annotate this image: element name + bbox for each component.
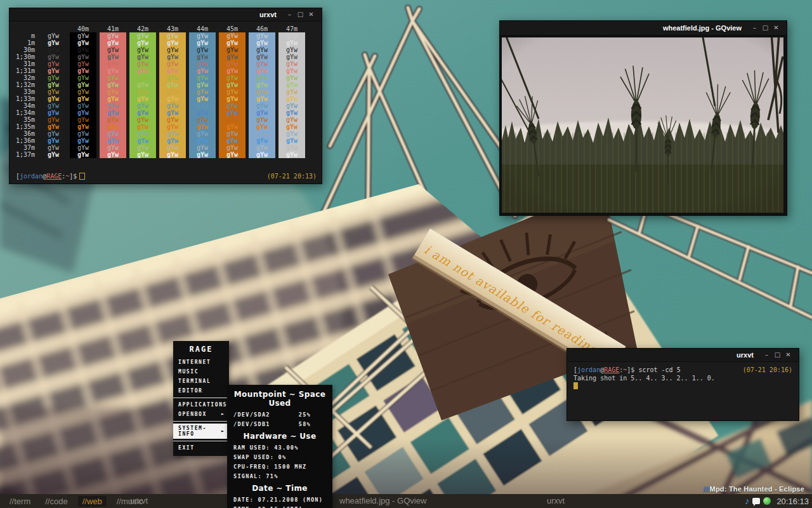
color-cell: gYw xyxy=(278,95,305,102)
color-cell: gYw xyxy=(40,137,67,144)
color-chart-row: 1;37mgYwgYwgYwgYwgYwgYwgYwgYwgYw xyxy=(12,151,319,158)
color-cell: gYw xyxy=(129,130,156,137)
menu-item-editor[interactable]: EDITOR xyxy=(173,386,229,396)
color-cell: gYw xyxy=(70,151,96,158)
gqview-image-area[interactable] xyxy=(500,36,787,216)
color-cell: gYw xyxy=(219,74,246,81)
color-cell: 37m xyxy=(12,144,35,151)
status-orb-icon[interactable] xyxy=(763,497,771,505)
sysinfo-row: SWAP USED: 0% xyxy=(233,453,326,462)
color-cell: gYw xyxy=(100,144,126,151)
minimize-icon[interactable]: – xyxy=(761,349,772,361)
color-cell: gYw xyxy=(129,102,156,109)
color-cell: gYw xyxy=(159,67,186,74)
color-cell: gYw xyxy=(189,88,216,95)
menu-item-exit[interactable]: EXIT xyxy=(173,443,229,453)
color-cell: gYw xyxy=(70,123,96,130)
minimize-icon[interactable]: – xyxy=(284,8,295,21)
color-cell: gYw xyxy=(129,39,156,46)
color-chart-row: 1;34mgYwgYwgYwgYwgYwgYwgYwgYwgYw xyxy=(12,109,319,116)
color-cell: gYw xyxy=(189,32,216,39)
maximize-icon[interactable]: □ xyxy=(760,22,771,34)
menu-item-openbox[interactable]: OPENBOX► xyxy=(173,410,229,419)
menu-item-music[interactable]: MUSIC xyxy=(173,367,229,377)
color-cell: gYw xyxy=(189,116,216,123)
terminal1-titlebar[interactable]: urxvt – □ ✕ xyxy=(10,8,322,22)
color-cell: gYw xyxy=(278,116,305,123)
color-cell: gYw xyxy=(70,144,96,151)
color-chart-row: 30mgYwgYwgYwgYwgYwgYwgYwgYwgYw xyxy=(12,46,319,53)
workspace-code[interactable]: //code xyxy=(41,496,72,507)
color-chart-row: 31mgYwgYwgYwgYwgYwgYwgYwgYwgYw xyxy=(12,60,319,67)
color-chart: 40m41m42m43m44m45m46m47mmgYwgYwgYwgYwgYw… xyxy=(12,25,319,158)
color-cell: gYw xyxy=(129,32,156,39)
mpd-status: ///Mpd: The Haunted - Eclipse xyxy=(704,485,804,493)
maximize-icon[interactable]: □ xyxy=(772,349,783,361)
color-cell: 43m xyxy=(159,25,186,32)
color-cell: gYw xyxy=(189,151,216,158)
color-cell: gYw xyxy=(278,74,305,81)
minimize-icon[interactable]: – xyxy=(749,22,760,34)
color-cell: gYw xyxy=(100,46,126,53)
workspace-web[interactable]: //web xyxy=(78,496,107,507)
workspace-term[interactable]: //term xyxy=(5,496,35,507)
color-cell: gYw xyxy=(40,39,67,46)
color-cell: gYw xyxy=(70,88,96,95)
menu-item-label: APPLICATIONS xyxy=(178,402,227,408)
color-cell: gYw xyxy=(159,46,186,53)
menu-item-applications[interactable]: APPLICATIONS► xyxy=(173,400,229,410)
terminal1-content[interactable]: 40m41m42m43m44m45m46m47mmgYwgYwgYwgYwgYw… xyxy=(10,22,322,184)
color-cell: gYw xyxy=(100,151,126,158)
menu-item-terminal[interactable]: TERMINAL xyxy=(173,377,229,386)
color-cell: gYw xyxy=(70,102,96,109)
color-cell: gYw xyxy=(219,81,246,88)
color-cell: 36m xyxy=(12,130,35,137)
close-icon[interactable]: ✕ xyxy=(783,349,794,361)
terminal2-content[interactable]: [jordan@RAGE:~]$ scrot -cd 5 (07-21 20:1… xyxy=(567,362,799,421)
color-cell: gYw xyxy=(219,88,246,95)
color-cell: gYw xyxy=(219,130,246,137)
chat-bubble-icon[interactable] xyxy=(752,498,760,504)
taskbar-window-gqview[interactable]: wheatfield.jpg - GQview xyxy=(339,494,536,508)
color-cell: gYw xyxy=(159,102,186,109)
color-cell: gYw xyxy=(189,144,216,151)
music-note-icon[interactable]: ♪ xyxy=(745,495,750,507)
color-cell: 41m xyxy=(100,25,126,32)
color-cell: gYw xyxy=(70,32,96,39)
taskbar-window-urxvt-2[interactable]: urxvt xyxy=(547,494,743,508)
close-icon[interactable]: ✕ xyxy=(306,8,317,21)
color-cell: gYw xyxy=(159,60,186,67)
color-cell: gYw xyxy=(249,151,275,158)
color-cell: gYw xyxy=(159,151,186,158)
color-cell: gYw xyxy=(70,46,96,53)
color-chart-row: 1;35mgYwgYwgYwgYwgYwgYwgYwgYwgYw xyxy=(12,123,319,130)
sysinfo-panel-body: Mountpoint ~ Space Used/DEV/SDA225%/DEV/… xyxy=(233,387,326,508)
close-icon[interactable]: ✕ xyxy=(771,22,782,34)
color-cell: gYw xyxy=(129,46,156,53)
color-cell: gYw xyxy=(249,102,275,109)
maximize-icon[interactable]: □ xyxy=(295,8,306,21)
color-chart-row: 1;30mgYwgYwgYwgYwgYwgYwgYwgYwgYw xyxy=(12,53,319,60)
color-cell: gYw xyxy=(40,109,67,116)
color-cell: gYw xyxy=(249,95,275,102)
sysinfo-row: DATE: 07.21.2008 (MON) xyxy=(233,495,326,505)
color-cell: gYw xyxy=(219,53,246,60)
color-chart-row: 36mgYwgYwgYwgYwgYwgYwgYwgYwgYw xyxy=(12,130,319,137)
terminal2-titlebar[interactable]: urxvt – □ ✕ xyxy=(567,349,799,362)
color-cell: gYw xyxy=(159,137,186,144)
color-cell: gYw xyxy=(219,39,246,46)
mpd-slashes: /// xyxy=(704,485,710,493)
color-chart-row: 32mgYwgYwgYwgYwgYwgYwgYwgYwgYw xyxy=(12,74,319,81)
gqview-titlebar[interactable]: wheatfield.jpg - GQview – □ ✕ xyxy=(500,21,787,36)
color-chart-row: 1;36mgYwgYwgYwgYwgYwgYwgYwgYwgYw xyxy=(12,137,319,144)
color-chart-row: 1;33mgYwgYwgYwgYwgYwgYwgYwgYwgYw xyxy=(12,95,319,102)
color-cell: gYw xyxy=(159,144,186,151)
menu-separator xyxy=(173,421,229,422)
menu-item-system-info[interactable]: SYSTEM-INFO► xyxy=(173,424,229,439)
sysinfo-row: TIME: 08:16 [CDT] xyxy=(233,505,326,508)
menu-item-internet[interactable]: INTERNET xyxy=(173,358,229,367)
color-cell: gYw xyxy=(189,39,216,46)
taskbar: //term//code//web//music urxvt wheatfiel… xyxy=(0,494,812,508)
color-cell: gYw xyxy=(278,151,305,158)
color-chart-row: 1;32mgYwgYwgYwgYwgYwgYwgYwgYwgYw xyxy=(12,81,319,88)
